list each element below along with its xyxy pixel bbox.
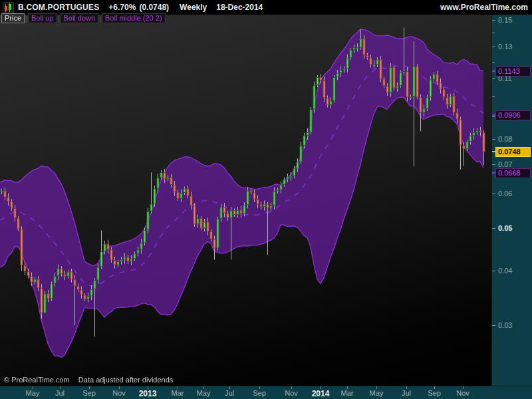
watermark-link: www.ProRealTime.com (440, 3, 528, 12)
price-tick (492, 228, 495, 229)
time-tick-label: May (26, 389, 40, 397)
price-tick-label: 0.03 (498, 321, 512, 329)
price-minor-tick (492, 62, 495, 63)
header-bar: B.COM.PORTUGUES +6.70% (0.0748) Weekly 1… (0, 0, 532, 15)
price-tick-label: 0.15 (498, 16, 512, 24)
separator: | (58, 15, 60, 23)
price-tick (492, 139, 495, 140)
time-tick-label: Jul (225, 389, 234, 397)
price-series-button[interactable]: Price (1, 13, 25, 23)
price-tick-label: 0.05 (498, 224, 512, 232)
last-price-value: (0.0748) (139, 3, 169, 12)
boll-middle-button[interactable]: Boll middle (20 2) (102, 13, 166, 23)
price-tick-label: 0.07 (498, 160, 512, 168)
price-tick (492, 164, 495, 165)
copyright-note: © ProRealTime.com Data adjusted after di… (4, 376, 180, 384)
bollinger-value-tag: 0.0668 (495, 168, 531, 178)
symbol-name: B.COM.PORTUGUES (18, 3, 99, 12)
date-label: 18-Dec-2014 (216, 3, 263, 12)
price-tick-label: 0.13 (498, 43, 512, 51)
price-tick (492, 78, 495, 79)
time-tick-label: 2013 (139, 389, 157, 398)
bollinger-value-tag: 0.1143 (495, 66, 531, 76)
price-tick-label: 0.08 (498, 135, 512, 143)
separator: | (25, 15, 27, 23)
price-tick (492, 194, 495, 194)
boll-down-button[interactable]: Boll down (60, 13, 98, 23)
chart-window: B.COM.PORTUGUES +6.70% (0.0748) Weekly 1… (0, 0, 532, 399)
price-chart-canvas[interactable] (0, 15, 491, 386)
time-tick-label: Mar (172, 389, 184, 397)
time-axis[interactable]: MayJulSepNov2013MarMayJulSepNov2014MarMa… (0, 386, 532, 399)
time-tick-label: Sep (82, 389, 96, 397)
price-minor-tick (492, 96, 495, 97)
time-tick-label: May (197, 389, 211, 397)
time-tick-label: Sep (253, 389, 266, 397)
price-tick (492, 325, 495, 326)
change-percent: +6.70% (108, 3, 136, 12)
price-tick-label: 0.04 (498, 267, 512, 275)
time-tick-label: Jul (402, 389, 411, 397)
price-tick (492, 47, 495, 47)
price-minor-tick (492, 33, 495, 33)
price-tick-label: 0.06 (498, 190, 512, 198)
time-tick-label: 2014 (312, 389, 330, 398)
price-tick (492, 20, 495, 21)
time-tick-label: Nov (112, 389, 126, 397)
time-tick-label: Sep (428, 389, 441, 397)
timeframe-label: Weekly (180, 3, 207, 12)
last-price-tag: 0.0748 (495, 147, 531, 157)
chart-plot-area[interactable]: Price | Boll up | Boll down | Boll middl… (0, 15, 491, 386)
boll-up-button[interactable]: Boll up (28, 13, 57, 23)
time-tick-label: Jul (55, 389, 65, 397)
price-minor-tick (492, 116, 495, 117)
candlestick-logo-icon (3, 2, 14, 13)
separator: | (99, 15, 101, 23)
time-tick-label: Nov (285, 389, 298, 397)
time-tick-label: Nov (456, 389, 469, 397)
bollinger-value-tag: 0.0906 (495, 110, 531, 120)
indicator-legend: Price | Boll up | Boll down | Boll middl… (1, 13, 166, 23)
price-axis[interactable]: 0.150.130.110.080.070.060.050.040.030.11… (491, 15, 532, 386)
time-tick-label: May (370, 389, 384, 397)
price-tick (492, 271, 495, 271)
dividends-note: Data adjusted after dividends (78, 376, 173, 384)
time-tick-label: Mar (341, 389, 354, 397)
copyright-text: © ProRealTime.com (4, 376, 70, 384)
